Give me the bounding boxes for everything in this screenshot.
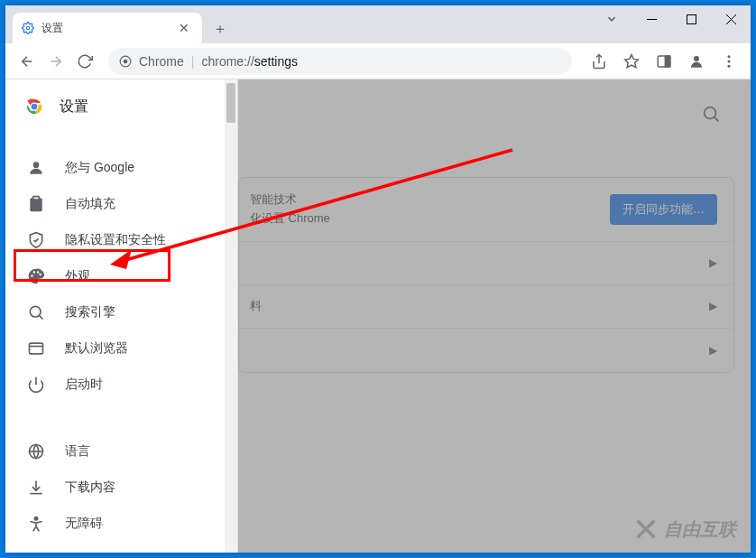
sidebar-item-label: 系统 — [65, 552, 90, 553]
sidebar-item-label: 自动填充 — [65, 196, 115, 212]
sidebar-item-label: 您与 Google — [65, 160, 134, 176]
browser-tab[interactable]: 设置 ✕ — [13, 13, 202, 43]
sidebar-item-label: 启动时 — [65, 377, 103, 393]
svg-point-32 — [34, 517, 37, 520]
new-tab-button[interactable]: ＋ — [207, 16, 233, 42]
address-bar[interactable]: Chrome | chrome://settings — [108, 48, 572, 75]
menu-button[interactable] — [715, 47, 743, 76]
sidebar-item-label: 外观 — [65, 268, 90, 284]
accessibility-icon — [27, 515, 45, 533]
sidebar-item-default-browser[interactable]: 默认浏览器 — [5, 330, 237, 367]
svg-line-25 — [39, 315, 42, 319]
search-icon — [27, 303, 45, 321]
bookmark-button[interactable] — [617, 47, 646, 76]
sidebar-item-downloads[interactable]: 下载内容 — [5, 470, 237, 506]
minimize-button[interactable] — [632, 5, 671, 33]
sidebar-item-on-startup[interactable]: 启动时 — [5, 367, 237, 403]
svg-rect-26 — [30, 343, 43, 354]
sidebar-scrollbar[interactable] — [225, 79, 237, 553]
settings-sidebar: 设置 您与 Google 自动填充 隐私设置和安全性 外观 — [5, 79, 238, 553]
clipboard-icon — [27, 195, 45, 213]
close-button[interactable] — [711, 5, 751, 33]
download-icon — [27, 479, 45, 497]
dimmed-overlay — [238, 79, 751, 553]
sidebar-item-accessibility[interactable]: 无障碍 — [5, 506, 237, 542]
share-button[interactable] — [585, 47, 613, 76]
sidebar-item-you-and-google[interactable]: 您与 Google — [5, 150, 237, 186]
url-host: Chrome — [139, 54, 184, 69]
svg-rect-23 — [33, 197, 40, 200]
svg-rect-2 — [687, 14, 696, 23]
person-icon — [27, 159, 45, 177]
sidebar-item-label: 搜索引擎 — [65, 304, 115, 321]
window-controls — [592, 5, 751, 33]
sidebar-item-label: 语言 — [65, 443, 90, 460]
side-panel-button[interactable] — [650, 47, 678, 76]
svg-point-20 — [32, 104, 38, 110]
svg-rect-13 — [666, 56, 670, 67]
browser-window: 设置 ✕ ＋ — [5, 5, 751, 553]
sidebar-item-languages[interactable]: 语言 — [5, 433, 237, 470]
reload-button[interactable] — [70, 47, 99, 76]
sidebar-title: 设置 — [60, 98, 88, 116]
gear-icon — [22, 22, 34, 34]
sidebar-header: 设置 — [5, 79, 237, 130]
content-area: 设置 您与 Google 自动填充 隐私设置和安全性 外观 — [5, 79, 751, 553]
titlebar: 设置 ✕ ＋ — [5, 5, 751, 43]
sidebar-item-system[interactable]: 系统 — [5, 542, 237, 553]
chrome-indicator-icon — [119, 55, 132, 68]
chrome-logo-icon — [23, 96, 45, 117]
power-icon — [27, 376, 45, 394]
svg-point-8 — [124, 59, 128, 63]
svg-point-14 — [694, 56, 699, 61]
scrollbar-thumb[interactable] — [226, 83, 235, 123]
tab-close-icon[interactable]: ✕ — [175, 19, 193, 37]
sidebar-item-label: 无障碍 — [65, 516, 103, 532]
sidebar-item-label: 默认浏览器 — [65, 340, 128, 357]
svg-point-15 — [728, 55, 731, 58]
svg-point-17 — [728, 64, 731, 67]
svg-point-22 — [33, 162, 40, 168]
svg-point-0 — [26, 26, 30, 30]
tab-title: 设置 — [41, 21, 175, 36]
wrench-icon — [27, 551, 45, 553]
watermark: 自由互联 — [633, 516, 736, 542]
svg-point-16 — [728, 60, 731, 62]
sidebar-item-appearance[interactable]: 外观 — [5, 258, 237, 294]
sidebar-items-primary: 您与 Google 自动填充 隐私设置和安全性 外观 搜索引擎 — [5, 130, 237, 553]
tab-search-button[interactable] — [592, 5, 632, 33]
svg-marker-10 — [625, 54, 639, 67]
toolbar: Chrome | chrome://settings — [5, 43, 751, 79]
sidebar-item-search-engine[interactable]: 搜索引擎 — [5, 294, 237, 330]
shield-icon — [27, 231, 45, 249]
sidebar-item-label: 隐私设置和安全性 — [65, 232, 166, 248]
globe-icon — [27, 442, 45, 460]
sidebar-item-label: 下载内容 — [65, 479, 115, 496]
url-path: chrome://settings — [201, 54, 298, 69]
sidebar-item-privacy[interactable]: 隐私设置和安全性 — [5, 222, 237, 258]
palette-icon — [27, 267, 45, 285]
forward-button[interactable] — [41, 47, 70, 76]
back-button[interactable] — [13, 47, 41, 76]
maximize-button[interactable] — [671, 5, 711, 33]
browser-icon — [27, 339, 45, 358]
svg-point-24 — [30, 306, 41, 317]
sidebar-item-autofill[interactable]: 自动填充 — [5, 186, 237, 222]
settings-main: 智能技术 化设置 Chrome 开启同步功能… ▶ 料▶ ▶ — [238, 79, 751, 553]
profile-button[interactable] — [682, 47, 711, 76]
